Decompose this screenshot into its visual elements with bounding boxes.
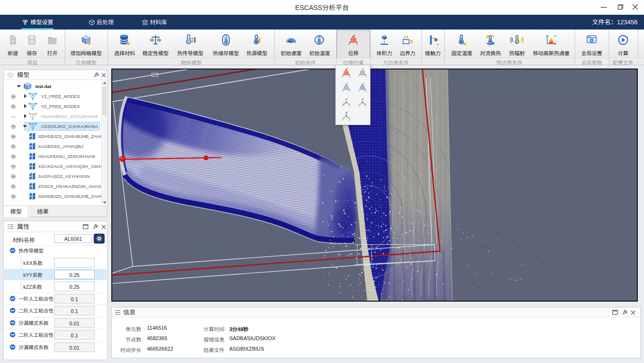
svg-text:z: z [363,82,364,85]
svg-text:y: y [349,75,351,78]
svg-text:y: y [349,118,351,121]
svg-text:y: y [349,90,351,92]
svg-text:z: z [347,97,348,99]
svg-text:y: y [365,90,367,92]
svg-text:y: y [365,105,367,107]
svg-text:y: y [349,105,351,107]
svg-text:z: z [347,111,348,113]
svg-text:y: y [365,75,367,78]
svg-text:z: z [548,34,549,37]
svg-text:z: z [347,82,348,85]
svg-text:z: z [363,68,364,70]
svg-text:z: z [354,34,356,37]
svg-text:z: z [363,97,364,99]
svg-text:z: z [347,68,348,70]
svg-text:x: x [349,42,350,45]
svg-text:y: y [357,42,358,45]
svg-text:y: y [556,39,557,42]
